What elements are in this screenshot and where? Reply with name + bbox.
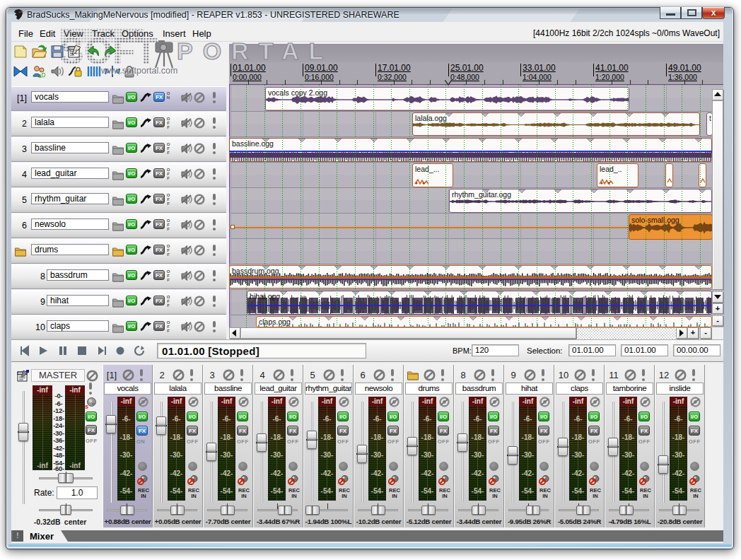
svg-text:s: s: [85, 403, 88, 409]
svg-text:PORTAL: PORTAL: [177, 37, 333, 64]
